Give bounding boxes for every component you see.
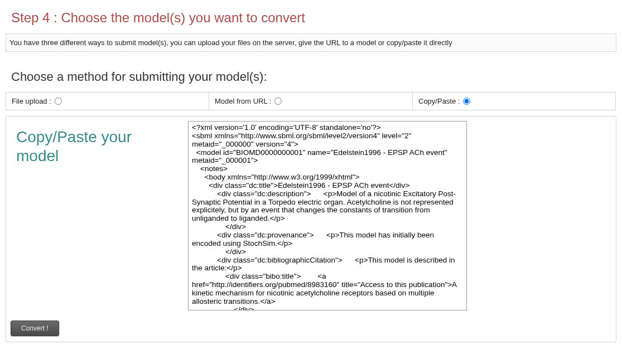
method-copy-paste-radio[interactable] [463,98,470,105]
method-from-url[interactable]: Model from URL : [209,92,413,110]
convert-button[interactable]: Convert ! [11,321,59,336]
method-copy-paste-label: Copy/Paste : [418,97,460,105]
copy-paste-panel-title: Copy/Paste your model [16,128,178,165]
copy-paste-panel: Copy/Paste your model Convert ! [6,116,616,342]
model-textarea[interactable] [188,121,467,310]
method-from-url-label: Model from URL : [215,97,271,105]
info-bar: You have three different ways to submit … [6,33,616,52]
method-subheading: Choose a method for submitting your mode… [0,52,622,92]
method-copy-paste[interactable]: Copy/Paste : [413,92,616,110]
page-title: Step 4 : Choose the model(s) you want to… [0,0,622,33]
method-from-url-radio[interactable] [274,98,282,105]
method-selection-row: File upload : Model from URL : Copy/Past… [6,92,616,110]
method-file-upload-radio[interactable] [55,98,62,105]
method-file-upload-label: File upload : [12,97,51,105]
method-file-upload[interactable]: File upload : [6,92,209,110]
